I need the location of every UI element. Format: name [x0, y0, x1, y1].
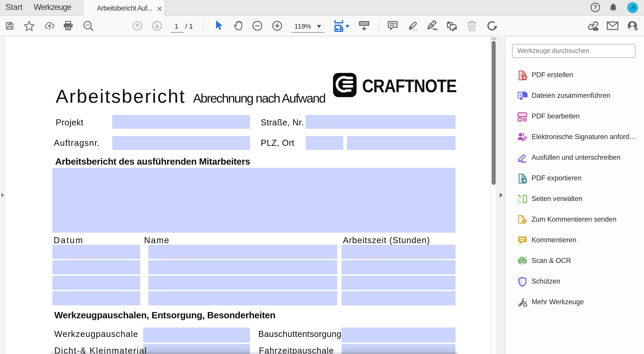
svg-text:?: ? — [594, 4, 597, 11]
